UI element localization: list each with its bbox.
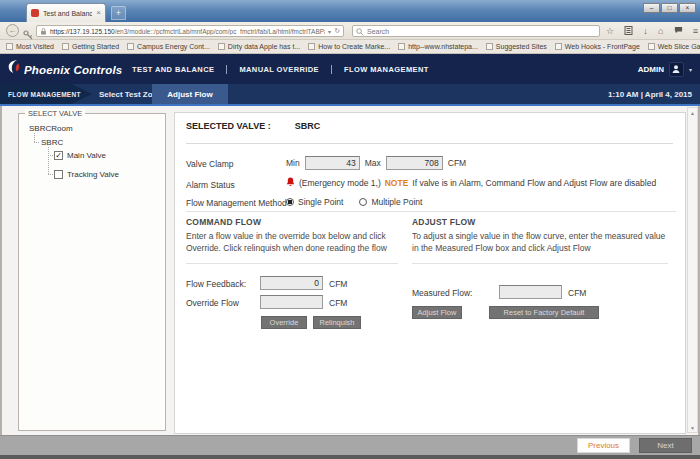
checkbox-main-valve[interactable]: ✓ [54,151,63,160]
previous-button[interactable]: Previous [577,438,630,453]
tree-node-main-valve[interactable]: Main Valve [67,151,106,160]
navigation-toolbar: ← https://137.19.125.150/en3/module::/pc… [0,22,700,40]
bookmark-item[interactable]: Getting Started [62,43,119,50]
adjust-flow-title: ADJUST FLOW [412,217,476,227]
search-input[interactable] [367,28,596,35]
column-divider [412,263,668,264]
main-nav: TEST AND BALANCE MANUAL OVERRIDE FLOW MA… [132,54,429,84]
tab-title: Test and Balance [43,10,92,17]
checkbox-tracking-valve[interactable] [54,170,63,179]
url-dropdown-icon[interactable]: ▾ [328,28,331,35]
radio-single-point[interactable] [286,198,294,206]
bookmark-favicon-icon [648,43,655,50]
tab-close-icon[interactable]: × [96,9,101,17]
lock-icon [40,22,47,40]
alarm-status-label: Alarm Status [186,180,235,190]
scroll-down-icon[interactable]: ▼ [688,423,697,432]
nav-test-and-balance[interactable]: TEST AND BALANCE [132,65,214,74]
bookmark-item[interactable]: Suggested Sites [486,43,547,50]
browser-tab[interactable]: Test and Balance × [26,3,106,22]
bookmark-item[interactable]: How to Create Marke... [308,43,390,50]
bookmark-item[interactable]: Campus Energy Cont... [127,43,210,50]
brand-logo: Phoenix Controls [8,59,122,81]
reading-list-icon[interactable] [624,26,633,37]
breadcrumb-root[interactable]: FLOW MANAGEMENT [0,84,92,104]
url-host: https://137.19.125.150 [50,28,115,35]
new-tab-button[interactable]: + [111,6,126,20]
select-valve-legend: SELECT VALVE [25,109,85,118]
tree-node-zone[interactable]: SBRC [41,138,63,147]
tree-node-room[interactable]: SBRCRoom [29,124,73,133]
radio-multiple-point[interactable] [359,198,367,206]
method-options: Single Point Multiple Point [286,195,422,208]
search-icon [356,22,364,40]
tab-adjust-flow[interactable]: Adjust Flow [152,84,228,104]
minimize-button[interactable]: – [643,3,660,13]
url-bar[interactable]: https://137.19.125.150/en3/module::/pcfm… [36,25,344,37]
search-box[interactable] [352,25,600,37]
select-valve-panel: SELECT VALVE SBRCRoom SBRC ✓ Main Valve … [18,113,166,431]
scroll-up-icon[interactable]: ▲ [688,108,697,117]
column-divider [186,263,398,264]
max-input[interactable] [386,156,443,170]
measured-flow-unit: CFM [568,288,586,298]
measured-flow-label: Measured Flow: [412,288,472,298]
min-label: Min [286,158,300,168]
window-border [0,106,2,455]
phoenix-swoosh-icon [8,59,21,81]
bookmark-item[interactable]: Most Visited [6,43,54,50]
bookmark-favicon-icon [218,43,225,50]
menu-icon[interactable]: ≡ [693,26,698,36]
tree-node-tracking-valve[interactable]: Tracking Valve [67,170,119,179]
adjust-flow-button[interactable]: Adjust Flow [412,306,462,319]
selected-valve-value: SBRC [295,121,321,131]
method-label: Flow Management Method [186,198,287,208]
tree-connector [48,147,49,174]
adjust-flow-description: To adjust a single value in the flow cur… [412,231,668,254]
bookmark-star-icon[interactable]: ☆ [606,26,614,36]
content-area: SELECT VALVE SBRCRoom SBRC ✓ Main Valve … [0,106,700,435]
section-divider [186,211,676,212]
override-flow-input[interactable] [260,295,323,309]
min-input[interactable] [305,156,360,170]
browser-window: Test and Balance × + – □ × ← https://137… [0,0,700,459]
bookmark-favicon-icon [486,43,493,50]
home-icon[interactable]: ⌂ [658,26,663,36]
flow-feedback-input[interactable] [260,276,323,290]
vertical-scrollbar[interactable]: ▲ ▼ [687,107,698,433]
override-button[interactable]: Override [261,316,307,329]
bookmark-item[interactable]: Web Slice Gallery [648,43,700,50]
user-avatar[interactable] [669,62,684,77]
measured-flow-input[interactable] [499,285,562,299]
app-header: Phoenix Controls TEST AND BALANCE MANUAL… [0,54,700,84]
nav-divider [226,65,227,74]
close-button[interactable]: × [679,3,696,13]
bookmark-item[interactable]: Dirty data Apple has t... [218,43,300,50]
user-menu[interactable]: ADMIN ▾ [638,54,692,84]
alarm-status-text: (Emergency mode 1,) [299,178,381,188]
bookmark-favicon-icon [398,43,405,50]
back-button[interactable]: ← [6,24,19,37]
nav-manual-override[interactable]: MANUAL OVERRIDE [239,65,319,74]
tree-connector [48,155,53,156]
downloads-icon[interactable]: ↓ [643,26,648,36]
reset-factory-default-button[interactable]: Reset to Factory Default [489,306,599,319]
bookmark-favicon-icon [555,43,562,50]
bookmark-item[interactable]: Web Hooks - FrontPage [555,43,640,50]
url-text: https://137.19.125.150/en3/module::/pcfm… [50,28,325,35]
reload-icon[interactable]: ↻ [334,27,340,35]
user-caret-icon[interactable]: ▾ [689,66,692,73]
chat-icon[interactable] [674,26,683,37]
note-text: If valve is in Alarm, Command Flow and A… [412,178,656,188]
next-button[interactable]: Next [639,438,692,453]
relinquish-button[interactable]: Relinquish [313,316,361,329]
section-divider [186,143,673,144]
maximize-button[interactable]: □ [661,3,678,13]
bookmarks-bar: Most Visited Getting Started Campus Ener… [0,40,700,54]
bookmark-favicon-icon [127,43,134,50]
bookmark-favicon-icon [62,43,69,50]
bookmark-favicon-icon [6,43,13,50]
flow-feedback-label: Flow Feedback: [186,279,246,289]
bookmark-item[interactable]: http--www.nhstatepa... [398,43,478,50]
nav-flow-management[interactable]: FLOW MANAGEMENT [344,65,429,74]
